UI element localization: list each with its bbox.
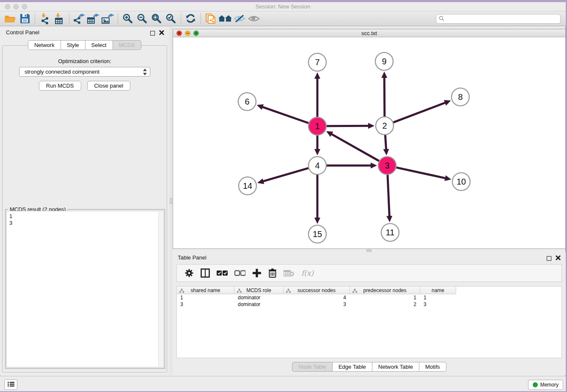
cell-predecessor-nodes[interactable]: 1 bbox=[350, 294, 420, 301]
graph-node-6[interactable]: 6 bbox=[238, 93, 256, 110]
gear-icon[interactable] bbox=[184, 268, 194, 278]
task-history-button[interactable] bbox=[4, 379, 17, 390]
tab-node-table[interactable]: Node Table bbox=[292, 362, 332, 372]
run-mcds-button[interactable]: Run MCDS bbox=[39, 81, 81, 91]
cell-MCDS-role[interactable]: dominator bbox=[234, 301, 284, 308]
hide-selected-icon[interactable] bbox=[232, 12, 247, 25]
home-icon[interactable] bbox=[218, 12, 232, 25]
import-table-icon[interactable] bbox=[52, 12, 66, 25]
network-canvas[interactable]: 7968124314101511 bbox=[173, 37, 565, 248]
graph-node-15[interactable]: 15 bbox=[308, 225, 326, 243]
cell-MCDS-role[interactable]: dominator bbox=[234, 294, 284, 301]
hierarchy-icon bbox=[352, 288, 357, 294]
open-session-icon[interactable] bbox=[3, 12, 18, 25]
float-panel-icon[interactable] bbox=[150, 31, 155, 36]
zoom-out-icon[interactable] bbox=[135, 12, 149, 25]
columns-icon[interactable] bbox=[201, 268, 210, 278]
toolbar-separator bbox=[35, 13, 35, 24]
svg-text:4: 4 bbox=[315, 161, 319, 170]
memory-button[interactable]: Memory bbox=[528, 380, 563, 390]
edge-2-8[interactable] bbox=[394, 102, 446, 122]
tab-network-table[interactable]: Network Table bbox=[372, 362, 419, 372]
optimization-criterion-label: Optimization criterion: bbox=[0, 58, 169, 64]
tab-network[interactable]: Network bbox=[28, 40, 61, 50]
cell-shared-name[interactable]: 3 bbox=[177, 301, 234, 308]
cell-predecessor-nodes[interactable]: 2 bbox=[350, 301, 420, 308]
show-all-icon[interactable] bbox=[247, 12, 261, 25]
export-network-icon[interactable] bbox=[72, 12, 86, 25]
memory-status-icon bbox=[533, 382, 538, 387]
clone-network-icon[interactable] bbox=[204, 12, 218, 25]
close-panel-icon[interactable] bbox=[159, 29, 164, 37]
edge-1-6[interactable] bbox=[261, 107, 308, 123]
window-title: Session: New Session bbox=[0, 3, 566, 10]
delete-row-icon[interactable] bbox=[268, 268, 277, 278]
zoom-in-icon[interactable] bbox=[121, 12, 135, 25]
graph-node-7[interactable]: 7 bbox=[308, 53, 326, 71]
add-row-icon[interactable] bbox=[252, 268, 261, 278]
mcds-result-textarea[interactable]: 13 bbox=[6, 211, 164, 367]
zoom-fit-icon[interactable] bbox=[149, 12, 164, 25]
criterion-dropdown[interactable]: strongly connected component bbox=[19, 67, 150, 77]
edge-arrow-4-14 bbox=[257, 178, 264, 184]
graph-node-8[interactable]: 8 bbox=[451, 88, 469, 106]
result-scrollbar[interactable] bbox=[158, 212, 163, 367]
search-icon bbox=[439, 16, 445, 23]
svg-text:11: 11 bbox=[386, 228, 395, 237]
table-row[interactable]: 3dominator323 bbox=[177, 301, 456, 308]
edge-2-9[interactable] bbox=[384, 77, 385, 116]
svg-text:9: 9 bbox=[382, 57, 386, 66]
cell-successor-nodes[interactable]: 3 bbox=[284, 301, 350, 308]
graph-node-14[interactable]: 14 bbox=[239, 177, 256, 195]
import-network-icon[interactable] bbox=[38, 12, 52, 25]
close-table-panel-icon[interactable] bbox=[556, 254, 561, 262]
graph-node-2[interactable]: 2 bbox=[376, 117, 394, 135]
edge-2-3[interactable] bbox=[385, 135, 386, 150]
column-header-name[interactable]: name bbox=[420, 287, 456, 294]
refresh-icon[interactable] bbox=[184, 12, 198, 25]
hierarchy-icon bbox=[179, 288, 184, 294]
edge-3-11[interactable] bbox=[388, 175, 389, 217]
cell-name[interactable]: 1 bbox=[420, 294, 456, 301]
zoom-selected-icon[interactable] bbox=[164, 12, 178, 25]
graph-node-11[interactable]: 11 bbox=[381, 224, 399, 241]
export-image-icon[interactable] bbox=[101, 12, 115, 25]
tab-mcds[interactable]: MCDS bbox=[113, 40, 141, 50]
edge-4-14[interactable] bbox=[262, 168, 308, 182]
control-panel-header: Control Panel bbox=[0, 26, 169, 39]
graph-node-1[interactable]: 1 bbox=[308, 117, 326, 135]
cell-successor-nodes[interactable]: 4 bbox=[284, 294, 350, 301]
deselect-all-icon[interactable] bbox=[234, 270, 245, 276]
table-row[interactable]: 1dominator411 bbox=[177, 294, 456, 301]
graph-node-4[interactable]: 4 bbox=[308, 157, 326, 174]
delete-table-icon bbox=[284, 269, 295, 277]
table-toolbar: f(x) bbox=[176, 264, 562, 282]
tab-style[interactable]: Style bbox=[61, 40, 85, 50]
tab-motifs[interactable]: Motifs bbox=[419, 362, 446, 372]
mcds-result-groupbox: MCDS result (2 nodes) 13 bbox=[5, 209, 165, 369]
tab-select[interactable]: Select bbox=[85, 40, 113, 50]
edge-3-1[interactable] bbox=[330, 134, 379, 161]
column-header-MCDS-role[interactable]: MCDS role bbox=[234, 287, 284, 294]
graph-node-9[interactable]: 9 bbox=[375, 52, 393, 70]
tab-edge-table[interactable]: Edge Table bbox=[332, 362, 372, 372]
column-header-successor-nodes[interactable]: successor nodes bbox=[284, 287, 350, 294]
cell-name[interactable]: 3 bbox=[420, 301, 456, 308]
export-table-icon[interactable] bbox=[86, 12, 101, 25]
edge-1-2[interactable] bbox=[327, 126, 369, 126]
close-panel-button[interactable]: Close panel bbox=[87, 81, 131, 91]
select-all-icon[interactable] bbox=[217, 270, 228, 276]
column-header-predecessor-nodes[interactable]: predecessor nodes bbox=[350, 287, 420, 294]
divider-grip[interactable] bbox=[170, 198, 172, 204]
search-input[interactable] bbox=[436, 14, 561, 24]
panel-divider[interactable] bbox=[169, 26, 173, 375]
save-session-icon[interactable] bbox=[18, 12, 32, 25]
network-view-window: scc.txt 7968124314101511 bbox=[173, 29, 566, 249]
float-table-panel-icon[interactable] bbox=[547, 256, 551, 261]
column-header-shared-name[interactable]: shared name bbox=[177, 287, 234, 294]
edge-3-10[interactable] bbox=[396, 168, 446, 179]
split-resize-knob[interactable] bbox=[366, 249, 372, 252]
graph-node-3[interactable]: 3 bbox=[378, 157, 396, 174]
cell-shared-name[interactable]: 1 bbox=[177, 294, 234, 301]
graph-node-10[interactable]: 10 bbox=[452, 173, 470, 190]
